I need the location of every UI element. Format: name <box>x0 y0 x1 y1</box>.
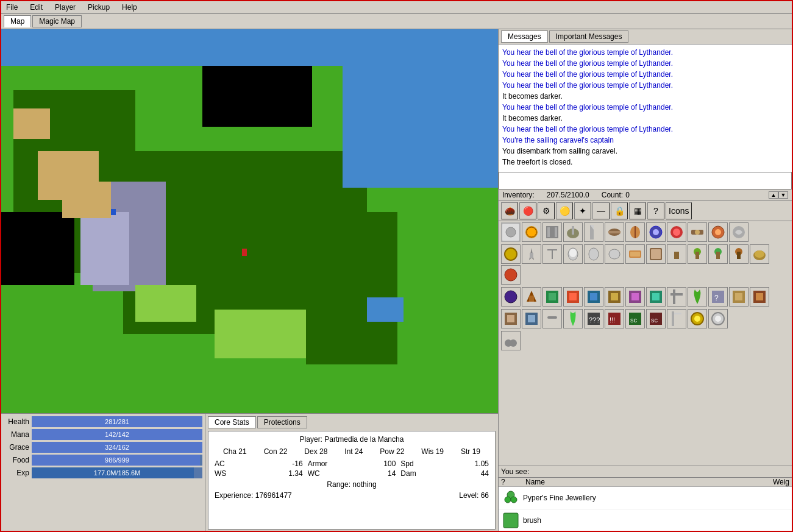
inv-cell[interactable] <box>708 309 728 328</box>
count-value: 0 <box>625 191 630 199</box>
you-see-item-brush[interactable]: brush <box>499 509 792 532</box>
inv-cell[interactable] <box>501 265 521 285</box>
food-label: Food <box>4 456 29 464</box>
inv-cell[interactable] <box>522 309 541 328</box>
menu-edit[interactable]: Edit <box>27 2 45 12</box>
inv-cell[interactable] <box>605 287 624 307</box>
inv-cell[interactable] <box>688 287 707 307</box>
you-see-items: Pyper's Fine Jewellery brush <box>499 487 792 532</box>
inv-btn-8[interactable]: ? <box>647 202 664 219</box>
inv-cell[interactable] <box>501 287 521 307</box>
inv-cell[interactable]: sc <box>646 309 666 328</box>
svg-rect-29 <box>572 226 574 235</box>
inv-cell[interactable] <box>563 309 583 328</box>
dam-label: Dam <box>400 469 416 478</box>
inv-cell[interactable] <box>542 222 562 242</box>
svg-rect-79 <box>631 293 639 300</box>
inv-cell[interactable] <box>584 244 603 264</box>
tab-magic-map[interactable]: Magic Map <box>32 15 82 27</box>
you-see-title: You see: <box>501 467 529 476</box>
tab-core-stats[interactable]: Core Stats <box>208 416 256 428</box>
inv-btn-5[interactable]: — <box>592 202 610 219</box>
inv-cell[interactable] <box>584 287 603 307</box>
inv-cell[interactable] <box>688 222 707 242</box>
inv-btn-7[interactable]: ▦ <box>629 202 646 219</box>
svg-rect-87 <box>735 293 742 300</box>
svg-rect-75 <box>590 293 597 300</box>
inv-cell[interactable]: ??? <box>584 309 603 328</box>
inv-btn-2[interactable]: ⚙ <box>538 202 555 219</box>
map-svg <box>1 29 498 413</box>
inv-cell[interactable] <box>563 244 583 264</box>
inv-cell[interactable] <box>605 244 624 264</box>
inv-cell[interactable] <box>584 222 603 242</box>
inv-cell[interactable] <box>542 309 562 328</box>
inv-cell[interactable] <box>667 222 686 242</box>
msg-5: You hear the bell of the glorious temple… <box>502 102 788 113</box>
inv-btn-3[interactable]: 🟡 <box>556 202 573 219</box>
game-map[interactable] <box>1 29 498 413</box>
inv-cell[interactable] <box>501 222 521 242</box>
inv-cell[interactable] <box>667 309 686 328</box>
inv-cell[interactable] <box>542 244 562 264</box>
inv-cell[interactable] <box>501 244 521 264</box>
inv-btn-icons[interactable]: Icons <box>666 202 692 219</box>
you-see-item-jewellery[interactable]: Pyper's Fine Jewellery <box>499 487 792 509</box>
inv-cell[interactable] <box>646 287 666 307</box>
inv-cell[interactable] <box>542 287 562 307</box>
svg-point-22 <box>506 227 516 237</box>
inv-cell[interactable] <box>625 287 645 307</box>
inv-cell[interactable] <box>522 244 541 264</box>
inv-row-3: ? <box>499 286 792 308</box>
tab-messages[interactable]: Messages <box>501 30 548 43</box>
inv-cell[interactable] <box>501 331 521 350</box>
int-stat: Int 24 <box>344 447 363 456</box>
tab-important-messages[interactable]: Important Messages <box>549 30 629 43</box>
ac-row: AC -16 <box>215 459 303 468</box>
svg-point-41 <box>695 230 700 235</box>
menu-player[interactable]: Player <box>52 2 78 12</box>
menu-help[interactable]: Help <box>119 2 140 12</box>
inv-cell[interactable] <box>708 244 728 264</box>
inv-cell[interactable] <box>708 222 728 242</box>
chat-input[interactable] <box>499 172 791 189</box>
inv-cell[interactable] <box>605 222 624 242</box>
inv-cell[interactable]: ? <box>708 287 728 307</box>
inv-cell[interactable] <box>729 244 749 264</box>
menu-pickup[interactable]: Pickup <box>85 2 112 12</box>
inv-cell[interactable] <box>667 287 686 307</box>
inv-cell[interactable] <box>646 244 666 264</box>
svg-rect-89 <box>756 293 763 300</box>
inv-cell[interactable]: sc <box>625 309 645 328</box>
inv-cell[interactable] <box>729 287 749 307</box>
svg-rect-91 <box>507 315 514 322</box>
inv-cell[interactable] <box>563 287 583 307</box>
inv-btn-4[interactable]: ✦ <box>574 202 591 219</box>
menu-file[interactable]: File <box>4 2 20 12</box>
scroll-down-btn[interactable]: ▼ <box>778 191 788 199</box>
inv-cell[interactable] <box>688 309 707 328</box>
inv-cell[interactable] <box>563 222 583 242</box>
inv-btn-1[interactable]: 🔴 <box>519 202 536 219</box>
health-value: 281/281 <box>32 416 202 427</box>
svg-rect-13 <box>135 285 196 322</box>
inv-cell[interactable] <box>625 222 645 242</box>
inv-cell[interactable] <box>729 222 749 242</box>
svg-rect-83 <box>670 293 683 296</box>
inv-cell[interactable] <box>646 222 666 242</box>
inv-btn-0[interactable]: 🌰 <box>501 202 518 219</box>
tab-protections[interactable]: Protections <box>257 416 307 428</box>
inv-cell[interactable] <box>667 244 686 264</box>
inv-cell[interactable] <box>750 244 769 264</box>
inv-cell[interactable] <box>501 309 521 328</box>
msg-8: You're the sailing caravel's captain <box>502 135 788 146</box>
inv-btn-6[interactable]: 🔒 <box>611 202 628 219</box>
scroll-up-btn[interactable]: ▲ <box>769 191 778 199</box>
inv-cell[interactable] <box>522 287 541 307</box>
inv-cell[interactable] <box>688 244 707 264</box>
inv-cell[interactable] <box>625 244 645 264</box>
tab-map[interactable]: Map <box>4 15 31 27</box>
inv-cell[interactable] <box>750 287 769 307</box>
inv-cell[interactable] <box>522 222 541 242</box>
inv-cell[interactable]: !!! <box>605 309 624 328</box>
